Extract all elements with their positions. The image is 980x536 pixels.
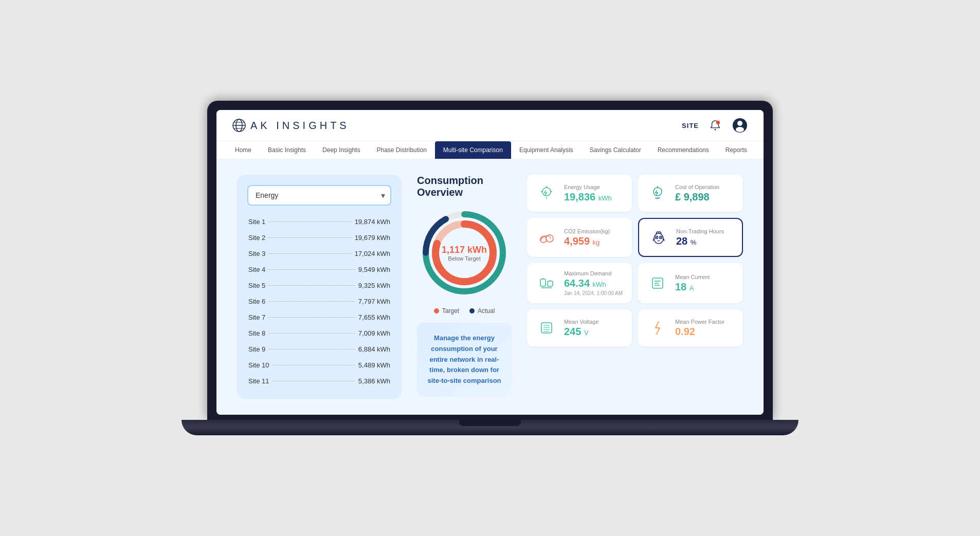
laptop-screen: AK INSIGHTS SITE — [207, 101, 773, 420]
nav-deep-insights[interactable]: Deep Insights — [314, 141, 368, 159]
svg-point-5 — [715, 129, 716, 131]
mean-voltage-info: Mean Voltage 245 V — [564, 319, 624, 338]
energy-usage-title: Energy Usage — [564, 184, 624, 190]
chart-legend: Target Actual — [434, 307, 495, 315]
list-item[interactable]: Site 8 7,009 kWh — [247, 325, 391, 341]
list-item[interactable]: Site 4 9,549 kWh — [247, 262, 391, 278]
non-trading-title: Non-Trading Hours — [676, 228, 734, 234]
list-item[interactable]: Site 5 9,325 kWh — [247, 278, 391, 293]
nav-phase-distribution[interactable]: Phase Distribution — [368, 141, 434, 159]
nav-equipment-analysis[interactable]: Equipment Analysis — [511, 141, 582, 159]
svg-point-16 — [654, 188, 662, 196]
site-list: Site 1 19,874 kWh Site 2 19,679 kWh Site… — [247, 214, 391, 389]
co2-icon — [535, 226, 558, 249]
donut-center: 1,117 kWh Below Target — [442, 245, 487, 262]
laptop-wrapper: AK INSIGHTS SITE — [182, 101, 798, 435]
metric-co2[interactable]: CO2 Emission(kg) 4,959 kg — [527, 218, 632, 257]
mean-voltage-value: 245 V — [564, 326, 624, 338]
dropdown-wrapper: Energy Power Current Voltage ▾ — [247, 185, 391, 206]
nav-home[interactable]: Home — [227, 141, 260, 159]
target-label: Target — [442, 307, 459, 315]
nav-savings-calculator[interactable]: Savings Calculator — [582, 141, 649, 159]
actual-label: Actual — [478, 307, 495, 315]
metric-mean-power-factor[interactable]: Mean Power Factor 0.92 — [638, 309, 743, 346]
owl-icon — [647, 226, 670, 249]
list-item[interactable]: Site 7 7,655 kWh — [247, 309, 391, 325]
navigation: Home Basic Insights Deep Insights Phase … — [216, 141, 764, 159]
voltage-icon — [535, 317, 558, 339]
non-trading-value: 28 % — [676, 235, 734, 247]
mean-current-info: Mean Current 18 A — [675, 274, 735, 293]
laptop-base — [182, 420, 798, 435]
metric-mean-current[interactable]: Mean Current 18 A — [638, 263, 743, 303]
list-item[interactable]: Site 9 6,884 kWh — [247, 341, 391, 357]
main-content: Energy Power Current Voltage ▾ Site 1 19… — [216, 159, 764, 415]
target-dot — [434, 308, 439, 313]
energy-usage-value: 19,836 kWh — [564, 191, 624, 203]
metric-cost-operation[interactable]: Cost of Operation £ 9,898 — [638, 175, 743, 212]
list-item[interactable]: Site 2 19,679 kWh — [247, 230, 391, 246]
header-right: SITE — [682, 117, 748, 134]
cost-operation-value: £ 9,898 — [675, 191, 735, 203]
site-label: SITE — [682, 122, 699, 130]
app-title: AK INSIGHTS — [250, 120, 350, 132]
svg-point-23 — [660, 237, 661, 238]
co2-info: CO2 Emission(kg) 4,959 kg — [564, 228, 624, 247]
metric-mean-voltage[interactable]: Mean Voltage 245 V — [527, 309, 632, 346]
list-item[interactable]: Site 11 5,386 kWh — [247, 373, 391, 389]
mean-power-factor-title: Mean Power Factor — [675, 319, 735, 325]
cost-operation-title: Cost of Operation — [675, 184, 735, 190]
metric-non-trading[interactable]: Non-Trading Hours 28 % — [638, 218, 743, 257]
co2-value: 4,959 kg — [564, 235, 624, 247]
nav-recommendations[interactable]: Recommendations — [649, 141, 717, 159]
metrics-grid: Energy Usage 19,836 kWh — [527, 175, 743, 399]
user-icon[interactable] — [732, 117, 748, 134]
co2-title: CO2 Emission(kg) — [564, 228, 624, 234]
svg-point-8 — [737, 121, 742, 126]
actual-dot — [469, 308, 475, 313]
laptop-notch — [459, 420, 521, 426]
max-demand-title: Maximum Demand — [564, 270, 624, 276]
donut-value: 1,117 kWh — [442, 245, 487, 255]
cost-operation-icon — [646, 182, 669, 205]
power-icon — [646, 317, 669, 339]
legend-actual: Actual — [469, 307, 495, 315]
list-item[interactable]: Site 1 19,874 kWh — [247, 214, 391, 230]
energy-usage-info: Energy Usage 19,836 kWh — [564, 184, 624, 203]
non-trading-info: Non-Trading Hours 28 % — [676, 228, 734, 247]
left-panel: Energy Power Current Voltage ▾ Site 1 19… — [237, 175, 402, 399]
svg-point-15 — [542, 188, 551, 196]
mean-voltage-title: Mean Voltage — [564, 319, 624, 325]
info-text: Manage the energy consumption of your en… — [427, 334, 501, 384]
metric-energy-usage[interactable]: Energy Usage 19,836 kWh — [527, 175, 632, 212]
mean-power-factor-value: 0.92 — [675, 326, 735, 338]
cost-operation-info: Cost of Operation £ 9,898 — [675, 184, 735, 203]
metric-max-demand[interactable]: Maximum Demand 64.34 kWh Jan 14, 2024, 1… — [527, 263, 632, 303]
mean-power-factor-info: Mean Power Factor 0.92 — [675, 319, 735, 338]
svg-point-9 — [736, 127, 744, 132]
svg-rect-25 — [548, 281, 553, 286]
max-demand-sub: Jan 14, 2024, 1:00:00 AM — [564, 290, 624, 296]
svg-point-6 — [716, 121, 720, 124]
nav-basic-insights[interactable]: Basic Insights — [260, 141, 314, 159]
list-item[interactable]: Site 10 5,489 kWh — [247, 357, 391, 373]
bell-icon[interactable] — [707, 117, 723, 134]
nav-multi-site[interactable]: Multi-site Comparison — [435, 141, 511, 159]
screen-inner: AK INSIGHTS SITE — [216, 110, 764, 415]
legend-target: Target — [434, 307, 459, 315]
max-demand-value: 64.34 kWh — [564, 278, 624, 289]
mean-current-title: Mean Current — [675, 274, 735, 280]
list-item[interactable]: Site 6 7,797 kWh — [247, 293, 391, 309]
demand-icon — [535, 272, 558, 294]
energy-dropdown[interactable]: Energy Power Current Voltage — [247, 185, 391, 206]
donut-chart: 1,117 kWh Below Target — [418, 207, 511, 299]
globe-icon — [232, 118, 246, 133]
max-demand-info: Maximum Demand 64.34 kWh Jan 14, 2024, 1… — [564, 270, 624, 296]
info-box: Manage the energy consumption of your en… — [417, 323, 512, 397]
nav-reports[interactable]: Reports — [717, 141, 755, 159]
energy-usage-icon — [535, 182, 558, 205]
list-item[interactable]: Site 3 17,024 kWh — [247, 246, 391, 262]
mean-current-value: 18 A — [675, 281, 735, 293]
header: AK INSIGHTS SITE — [216, 110, 764, 141]
section-title: Consumption Overview — [417, 175, 512, 198]
